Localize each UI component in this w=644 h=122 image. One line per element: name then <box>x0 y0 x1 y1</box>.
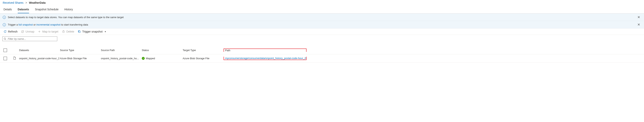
refresh-icon <box>4 30 6 33</box>
filter-input[interactable] <box>8 37 56 40</box>
info-text-mapping: Select datasets to map to target data st… <box>8 16 124 19</box>
refresh-button[interactable]: Refresh <box>4 30 18 33</box>
info-text-snapshot: Trigger a full snapshot or incremental s… <box>8 23 88 26</box>
column-path-wrapper: Path <box>224 48 306 52</box>
tab-snapshot-schedule[interactable]: Snapshot Schedule <box>35 6 58 13</box>
close-icon[interactable]: ✕ <box>636 22 641 27</box>
info-text-pre: Trigger a <box>8 23 18 26</box>
column-status[interactable]: Status <box>142 49 183 52</box>
column-datasets[interactable]: Datasets <box>19 49 60 52</box>
column-source-path[interactable]: Source Path <box>101 49 142 52</box>
cell-path[interactable]: myconsumerstorage/consumerdata/onpoint_h… <box>224 57 306 60</box>
table-row[interactable]: onpoint_history_postal-code-hour_2 Azure… <box>0 54 644 62</box>
status-ok-icon: ✓ <box>142 57 145 60</box>
cell-source-type: Azure Blob Storage File <box>60 57 101 60</box>
svg-line-1 <box>22 31 23 32</box>
chevron-down-icon: ▾ <box>105 30 106 33</box>
breadcrumb-separator: > <box>26 1 27 4</box>
toolbar: Refresh Unmap Map to target Delete Trigg… <box>0 28 644 35</box>
svg-rect-4 <box>63 31 64 32</box>
svg-rect-7 <box>79 31 80 32</box>
copy-icon <box>78 30 81 33</box>
info-bar-mapping: i Select datasets to map to target data … <box>0 14 644 21</box>
map-label: Map to target <box>42 30 58 33</box>
cell-source-path: onpoint_history_postal-code_ho... <box>101 57 142 60</box>
filter-input-wrapper[interactable] <box>2 36 57 41</box>
select-all-checkbox[interactable] <box>4 48 7 52</box>
tab-bar: Details Datasets Snapshot Schedule Histo… <box>0 5 644 14</box>
svg-point-8 <box>4 38 6 39</box>
trash-icon <box>62 30 65 33</box>
svg-line-9 <box>6 39 6 40</box>
cell-target-type: Azure Blob Storage File <box>183 57 224 60</box>
column-path[interactable]: Path <box>224 48 306 52</box>
trigger-label: Trigger snapshot <box>82 30 103 33</box>
search-icon <box>4 38 6 40</box>
row-checkbox[interactable] <box>4 57 7 60</box>
cell-dataset-name: onpoint_history_postal-code-hour_2 <box>19 57 60 60</box>
info-icon: i <box>3 23 6 26</box>
tab-details[interactable]: Details <box>4 6 12 13</box>
info-icon: i <box>3 16 6 19</box>
column-source-type[interactable]: Source Type <box>60 49 101 52</box>
column-target-type[interactable]: Target Type <box>183 49 224 52</box>
close-icon[interactable]: ✕ <box>636 15 641 19</box>
incremental-snapshot-link[interactable]: incremental snapshot <box>36 23 60 26</box>
tab-datasets[interactable]: Datasets <box>18 6 29 13</box>
table-header: Datasets Source Type Source Path Status … <box>0 46 644 54</box>
full-snapshot-link[interactable]: full snapshot <box>18 23 33 26</box>
status-text: Mapped <box>146 57 155 60</box>
refresh-label: Refresh <box>8 30 18 33</box>
unmap-button: Unmap <box>21 30 34 33</box>
cell-status: ✓ Mapped <box>142 57 183 60</box>
unmap-label: Unmap <box>26 30 34 33</box>
info-text-mid: or <box>33 23 36 26</box>
cell-path-wrapper: myconsumerstorage/consumerdata/onpoint_h… <box>224 57 306 60</box>
filter-row <box>0 35 644 43</box>
file-icon <box>13 56 16 60</box>
map-to-target-button: Map to target <box>38 30 58 33</box>
plus-icon <box>38 30 41 33</box>
delete-label: Delete <box>66 30 74 33</box>
breadcrumb: Received Shares > WeatherData <box>0 0 644 5</box>
breadcrumb-parent-link[interactable]: Received Shares <box>3 1 24 4</box>
unmap-icon <box>21 30 24 33</box>
delete-button: Delete <box>62 30 74 33</box>
breadcrumb-current: WeatherData <box>29 1 46 4</box>
trigger-snapshot-button[interactable]: Trigger snapshot ▾ <box>78 30 106 33</box>
info-text-post: to start transferring data <box>60 23 88 26</box>
info-bar-snapshot: i Trigger a full snapshot or incremental… <box>0 21 644 28</box>
tab-history[interactable]: History <box>64 6 73 13</box>
